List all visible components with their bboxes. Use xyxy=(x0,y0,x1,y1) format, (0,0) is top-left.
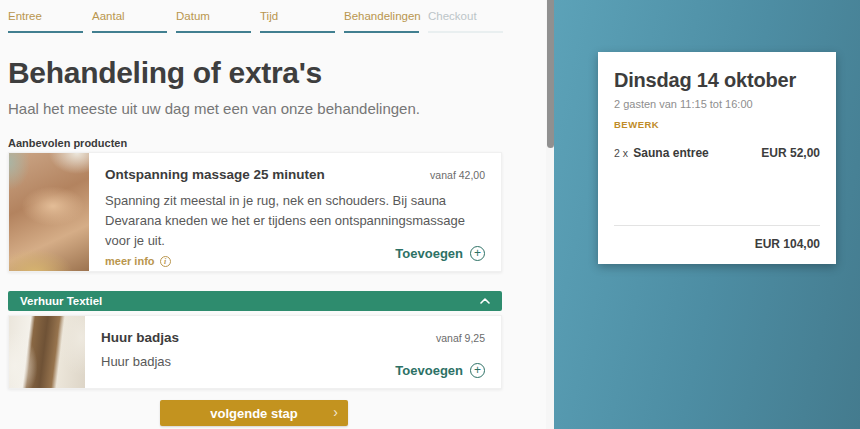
summary-total: EUR 104,00 xyxy=(614,237,820,251)
summary-date: Dinsdag 14 oktober xyxy=(614,69,820,92)
step-behandelingen[interactable]: Behandelingen xyxy=(344,10,419,33)
add-button-label: Toevoegen xyxy=(395,246,463,261)
product-card-badjas: Huur badjas vanaf 9,25 Huur badjas Toevo… xyxy=(8,315,502,389)
product-card-massage: Ontspanning massage 25 minuten vanaf 42,… xyxy=(8,152,502,272)
page-subtitle: Haal het meeste uit uw dag met een van o… xyxy=(8,100,420,117)
product-description: Spanning zit meestal in je rug, nek en s… xyxy=(105,191,485,251)
category-bar-label: Verhuur Textiel xyxy=(20,295,102,307)
product-title: Huur badjas xyxy=(101,330,179,345)
vertical-scrollbar[interactable] xyxy=(546,0,554,429)
step-nav: Entree Aantal Datum Tijd Behandelingen C… xyxy=(8,10,503,33)
step-entree[interactable]: Entree xyxy=(8,10,83,33)
line-item-left: 2 x Sauna entree xyxy=(614,146,709,160)
product-card-head: Ontspanning massage 25 minuten vanaf 42,… xyxy=(105,167,485,182)
product-card-body: Ontspanning massage 25 minuten vanaf 42,… xyxy=(89,153,501,271)
summary-meta: 2 gasten van 11:15 tot 16:00 xyxy=(614,98,820,110)
add-row: Toevoegen + xyxy=(395,361,485,379)
add-massage-button[interactable]: Toevoegen + xyxy=(395,246,485,261)
step-checkout: Checkout xyxy=(428,10,503,33)
chevron-right-icon: › xyxy=(333,404,338,420)
add-button-label: Toevoegen xyxy=(395,363,463,378)
edit-booking-link[interactable]: BEWERK xyxy=(614,119,659,130)
next-step-button[interactable]: volgende stap › xyxy=(160,400,348,426)
plus-circle-icon: + xyxy=(470,363,485,378)
booking-main-panel: Entree Aantal Datum Tijd Behandelingen C… xyxy=(0,0,546,429)
product-price: vanaf 9,25 xyxy=(436,332,485,344)
plus-circle-icon: + xyxy=(470,246,485,261)
more-info-link[interactable]: meer info i xyxy=(105,255,171,267)
step-datum[interactable]: Datum xyxy=(176,10,251,33)
step-aantal[interactable]: Aantal xyxy=(92,10,167,33)
line-item-name: Sauna entree xyxy=(633,146,708,160)
summary-line-item: 2 x Sauna entree EUR 52,00 xyxy=(614,146,820,160)
more-info-label: meer info xyxy=(105,255,155,267)
line-item-price: EUR 52,00 xyxy=(761,146,820,160)
summary-divider xyxy=(614,225,820,226)
next-step-label: volgende stap xyxy=(210,406,297,421)
info-icon: i xyxy=(160,256,171,267)
scrollbar-thumb[interactable] xyxy=(547,0,554,148)
product-card-body: Huur badjas vanaf 9,25 Huur badjas Toevo… xyxy=(85,316,501,388)
category-bar-verhuur-textiel[interactable]: Verhuur Textiel xyxy=(8,291,502,311)
page-title: Behandeling of extra's xyxy=(8,56,322,90)
product-price: vanaf 42,00 xyxy=(430,169,485,181)
section-label-aanbevolen: Aanbevolen producten xyxy=(8,137,127,149)
massage-photo xyxy=(9,153,89,271)
step-tijd[interactable]: Tijd xyxy=(260,10,335,33)
booking-summary-card: Dinsdag 14 oktober 2 gasten van 11:15 to… xyxy=(598,52,836,264)
summary-spacer xyxy=(614,160,820,225)
chevron-up-icon xyxy=(480,298,490,304)
product-card-head: Huur badjas vanaf 9,25 xyxy=(101,330,485,345)
badjas-photo xyxy=(9,316,85,388)
product-title: Ontspanning massage 25 minuten xyxy=(105,167,325,182)
add-badjas-button[interactable]: Toevoegen + xyxy=(395,363,485,378)
add-row: Toevoegen + xyxy=(395,244,485,262)
booking-summary-panel: Dinsdag 14 oktober 2 gasten van 11:15 to… xyxy=(554,0,860,429)
line-item-quantity: 2 x xyxy=(614,147,628,159)
